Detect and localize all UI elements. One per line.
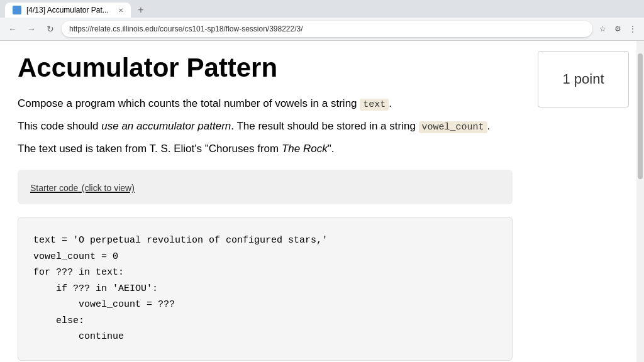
page-content: Accumulator Pattern Compose a program wh… xyxy=(0,41,644,362)
active-tab[interactable]: [4/13] Accumulator Pat... ✕ xyxy=(5,3,131,18)
desc1-pre: Compose a program which counts the total… xyxy=(18,97,360,109)
tab-favicon xyxy=(13,6,21,14)
browser-chrome: [4/13] Accumulator Pat... ✕ + ← → ↻ ☆ ⚙ … xyxy=(0,0,644,41)
description-1: Compose a program which counts the total… xyxy=(18,95,513,112)
desc2-em: use an accumulator pattern xyxy=(101,120,231,132)
desc2-post: . xyxy=(487,120,491,132)
tab-bar: [4/13] Accumulator Pat... ✕ + xyxy=(0,0,644,18)
refresh-button[interactable]: ↻ xyxy=(43,21,58,36)
main-content: Accumulator Pattern Compose a program wh… xyxy=(0,41,530,362)
description-2: This code should use an accumulator patt… xyxy=(18,118,513,135)
text-code: text xyxy=(360,99,389,111)
desc1-post: . xyxy=(389,97,392,109)
starter-code-hint: (click to view) xyxy=(82,183,135,193)
code-block: text = 'O perpetual revolution of config… xyxy=(18,217,513,361)
starter-code-label: Starter code xyxy=(30,183,78,193)
desc2-pre: This code should xyxy=(18,120,101,132)
description-3: The text used is taken from T. S. Eliot'… xyxy=(18,140,513,157)
toolbar-icons: ☆ ⚙ ⋮ xyxy=(596,23,639,35)
menu-icon[interactable]: ⋮ xyxy=(626,23,639,35)
tab-title: [4/13] Accumulator Pat... xyxy=(26,6,109,14)
points-box: 1 point xyxy=(538,51,629,107)
forward-button[interactable]: → xyxy=(24,21,39,36)
new-tab-button[interactable]: + xyxy=(133,3,148,18)
starter-code-section: Starter code (click to view) xyxy=(18,170,513,204)
tab-close-button[interactable]: ✕ xyxy=(118,7,123,14)
bookmark-icon[interactable]: ☆ xyxy=(596,23,609,35)
scrollbar[interactable] xyxy=(636,41,644,362)
page-title: Accumulator Pattern xyxy=(18,53,513,82)
desc3-text: The text used is taken from T. S. Eliot'… xyxy=(18,143,334,155)
address-input[interactable] xyxy=(62,21,592,37)
starter-code-link[interactable]: Starter code (click to view) xyxy=(30,180,135,194)
desc2-mid: . The result should be stored in a strin… xyxy=(231,120,418,132)
vowel-count-code: vowel_count xyxy=(419,121,487,133)
back-button[interactable]: ← xyxy=(5,21,20,36)
scrollbar-thumb[interactable] xyxy=(638,53,643,179)
address-bar-row: ← → ↻ ☆ ⚙ ⋮ xyxy=(0,18,644,40)
points-label: 1 point xyxy=(562,71,604,87)
extensions-icon[interactable]: ⚙ xyxy=(611,23,624,35)
